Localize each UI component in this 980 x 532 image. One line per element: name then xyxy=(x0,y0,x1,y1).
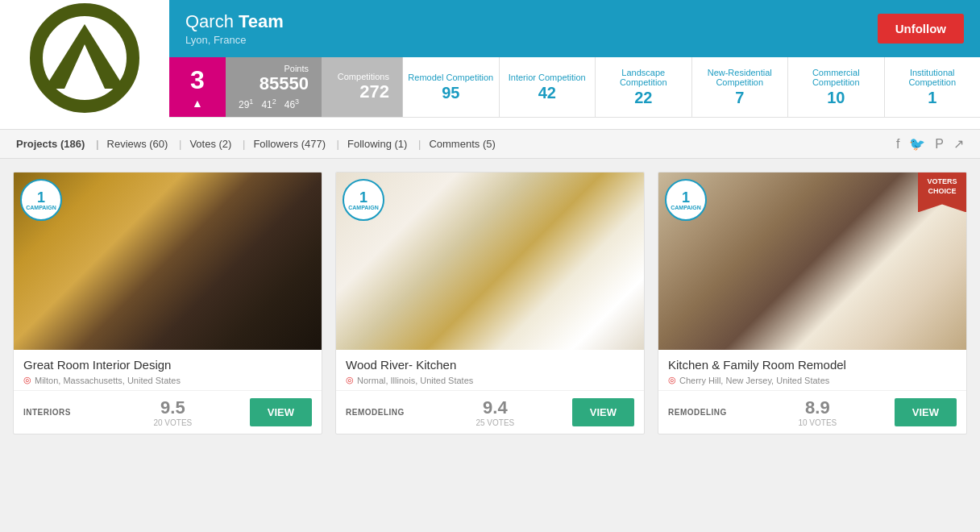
nav-following[interactable]: Following (1) xyxy=(347,138,429,150)
pinterest-icon[interactable]: P xyxy=(935,137,944,152)
projects-grid: 1 CAMPAIGN Great Room Interior Design ◎ … xyxy=(0,159,980,447)
unfollow-button[interactable]: Unfollow xyxy=(878,14,964,44)
nav-bar: Projects (186) Reviews (60) Votes (2) Fo… xyxy=(0,130,980,159)
comp-stat-1: Interior Competition42 xyxy=(500,57,596,117)
project-card: 1 CAMPAIGN VOTERSCHOICE Kitchen & Family… xyxy=(658,172,967,434)
nav-comments[interactable]: Comments (5) xyxy=(429,138,503,150)
nav-social: f 🐦 P ↗ xyxy=(896,136,964,152)
project-footer: INTERIORS 9.5 20 VOTES VIEW xyxy=(14,390,322,434)
project-card: 1 CAMPAIGN Wood River- Kitchen ◎ Normal,… xyxy=(335,172,645,434)
comp-stat-5: Institutional Competition1 xyxy=(885,57,981,117)
score-area: 9.5 20 VOTES xyxy=(96,397,250,427)
nav-projects[interactable]: Projects (186) xyxy=(16,138,107,150)
rank-badge: 1 CAMPAIGN xyxy=(20,179,62,221)
comp-stat-2: Landscape Competition22 xyxy=(596,57,692,117)
twitter-icon[interactable]: 🐦 xyxy=(909,136,925,152)
project-info: Great Room Interior Design ◎ Milton, Mas… xyxy=(14,350,322,390)
project-category: INTERIORS xyxy=(23,408,96,417)
score-area: 8.9 10 VOTES xyxy=(741,397,895,427)
facebook-icon[interactable]: f xyxy=(896,137,899,152)
profile-stats-bar: 3 ▲ Points 85550 291 412 463 Competition… xyxy=(169,57,980,118)
nav-followers[interactable]: Followers (477) xyxy=(253,138,347,150)
location-pin-icon: ◎ xyxy=(23,375,31,385)
competitions-box: Competitions 272 xyxy=(322,57,403,117)
profile-top-bar: Qarch Team Lyon, France Unfollow xyxy=(169,0,980,57)
comp-stat-0: Remodel Competition95 xyxy=(403,57,500,117)
profile-location: Lyon, France xyxy=(185,34,284,46)
name-plain: Qarch xyxy=(185,11,234,31)
competitions-label: Competitions xyxy=(335,72,389,81)
score-votes: 10 VOTES xyxy=(798,418,837,427)
score-value: 9.4 xyxy=(483,397,508,418)
competition-stats: Remodel Competition95Interior Competitio… xyxy=(403,57,980,117)
points-box: Points 85550 291 412 463 xyxy=(226,57,322,117)
score-value: 8.9 xyxy=(805,397,830,418)
view-button[interactable]: VIEW xyxy=(572,398,634,426)
project-category: REMODELING xyxy=(668,408,741,417)
points-sub: 291 412 463 xyxy=(239,98,309,110)
project-image-wrap: 1 CAMPAIGN xyxy=(14,172,322,350)
sub2: 412 xyxy=(261,98,276,110)
project-title: Wood River- Kitchen xyxy=(346,358,634,372)
score-votes: 20 VOTES xyxy=(153,418,192,427)
brand-logo xyxy=(20,0,149,129)
project-location: ◎ Milton, Massachusetts, United States xyxy=(23,375,312,385)
sub3: 463 xyxy=(284,98,299,110)
nav-reviews[interactable]: Reviews (60) xyxy=(107,138,190,150)
name-bold: Team xyxy=(239,11,284,31)
project-footer: REMODELING 9.4 25 VOTES VIEW xyxy=(336,390,644,434)
project-image-wrap: 1 CAMPAIGN VOTERSCHOICE xyxy=(658,172,966,350)
view-button[interactable]: VIEW xyxy=(250,398,312,426)
score-area: 9.4 25 VOTES xyxy=(418,397,572,427)
rank-box: 3 ▲ xyxy=(169,57,226,117)
logo-area xyxy=(0,0,169,129)
rank-badge: 1 CAMPAIGN xyxy=(343,179,384,221)
score-value: 9.5 xyxy=(160,397,185,418)
project-footer: REMODELING 8.9 10 VOTES VIEW xyxy=(658,390,966,434)
project-info: Kitchen & Family Room Remodel ◎ Cherry H… xyxy=(658,350,966,390)
project-title: Kitchen & Family Room Remodel xyxy=(668,358,957,372)
points-value: 85550 xyxy=(239,73,309,94)
profile-name: Qarch Team xyxy=(185,11,284,32)
score-votes: 25 VOTES xyxy=(475,418,514,427)
rank-arrow: ▲ xyxy=(192,97,203,110)
points-label: Points xyxy=(239,64,309,73)
project-info: Wood River- Kitchen ◎ Normal, Illinois, … xyxy=(336,350,644,390)
sub1: 291 xyxy=(239,98,253,110)
project-category: REMODELING xyxy=(346,408,418,417)
comp-stat-4: Commercial Competition10 xyxy=(788,57,885,117)
rank-number: 3 xyxy=(190,65,205,95)
nav-votes[interactable]: Votes (2) xyxy=(189,138,253,150)
share-icon[interactable]: ↗ xyxy=(953,136,964,152)
profile-header: Qarch Team Lyon, France Unfollow 3 ▲ Poi… xyxy=(0,0,980,130)
profile-right: Qarch Team Lyon, France Unfollow 3 ▲ Poi… xyxy=(169,0,980,129)
nav-links: Projects (186) Reviews (60) Votes (2) Fo… xyxy=(16,138,504,150)
competitions-value: 272 xyxy=(335,81,389,102)
view-button[interactable]: VIEW xyxy=(895,398,957,426)
project-card: 1 CAMPAIGN Great Room Interior Design ◎ … xyxy=(13,172,322,434)
location-pin-icon: ◎ xyxy=(346,375,354,385)
comp-stat-3: New-Residential Competition7 xyxy=(692,57,789,117)
profile-name-block: Qarch Team Lyon, France xyxy=(185,11,284,46)
project-location: ◎ Normal, Illinois, United States xyxy=(346,375,634,385)
project-image-wrap: 1 CAMPAIGN xyxy=(336,172,644,350)
location-pin-icon: ◎ xyxy=(668,375,676,385)
rank-badge: 1 CAMPAIGN xyxy=(665,179,707,221)
project-location: ◎ Cherry Hill, New Jersey, United States xyxy=(668,375,957,385)
project-title: Great Room Interior Design xyxy=(23,358,312,372)
